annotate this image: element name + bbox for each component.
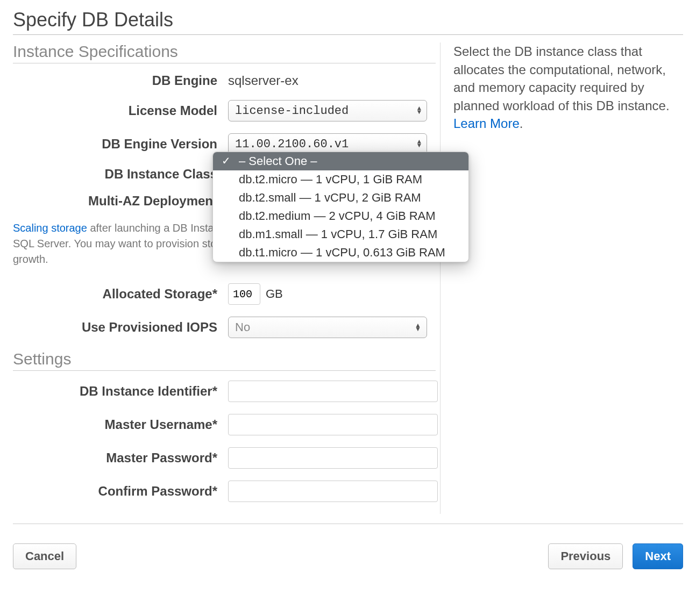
input-master-username[interactable]: [228, 414, 438, 435]
select-provisioned-iops[interactable]: No ▲▼: [228, 317, 427, 338]
section-divider: [13, 63, 436, 63]
row-db-identifier: DB Instance Identifier*: [13, 381, 436, 402]
instance-class-option-3[interactable]: db.t2.medium — 2 vCPU, 4 GiB RAM: [213, 207, 468, 225]
scaling-storage-link[interactable]: Scaling storage: [13, 222, 87, 234]
instance-class-dropdown[interactable]: – Select One – db.t2.micro — 1 vCPU, 1 G…: [212, 152, 469, 262]
label-master-password: Master Password*: [13, 450, 217, 465]
learn-more-link[interactable]: Learn More: [453, 116, 520, 131]
label-confirm-password: Confirm Password*: [13, 484, 217, 499]
label-db-identifier: DB Instance Identifier*: [13, 384, 217, 399]
select-provisioned-iops-value: No: [235, 320, 250, 334]
label-instance-class: DB Instance Class: [13, 167, 217, 182]
label-engine-version: DB Engine Version: [13, 137, 217, 152]
instance-class-option-1[interactable]: db.t2.micro — 1 vCPU, 1 GiB RAM: [213, 170, 468, 189]
input-allocated-storage[interactable]: [228, 283, 260, 305]
page-title: Specify DB Details: [13, 9, 683, 31]
label-allocated-storage: Allocated Storage*: [13, 286, 217, 302]
input-db-identifier[interactable]: [228, 381, 438, 402]
help-panel: Select the DB instance class that alloca…: [441, 42, 683, 514]
title-divider: [13, 34, 683, 35]
label-provisioned-iops: Use Provisioned IOPS: [13, 320, 217, 335]
label-license-model: License Model: [13, 103, 217, 118]
input-master-password[interactable]: [228, 447, 438, 469]
section-heading-instance: Instance Specifications: [13, 42, 436, 61]
help-period: .: [520, 116, 523, 131]
instance-class-option-0[interactable]: – Select One –: [213, 152, 468, 170]
row-confirm-password: Confirm Password*: [13, 481, 436, 502]
next-button[interactable]: Next: [633, 543, 683, 569]
input-confirm-password[interactable]: [228, 481, 438, 502]
select-engine-version-value: 11.00.2100.60.v1: [235, 138, 349, 151]
instance-class-option-2[interactable]: db.t2.small — 1 vCPU, 2 GiB RAM: [213, 189, 468, 207]
bottom-divider: [13, 524, 683, 524]
row-db-engine: DB Engine sqlserver-ex: [13, 73, 436, 88]
chevron-updown-icon: ▲▼: [417, 140, 421, 148]
help-text: Select the DB instance class that alloca…: [453, 44, 670, 113]
value-db-engine: sqlserver-ex: [228, 73, 299, 88]
unit-gb: GB: [266, 287, 283, 301]
row-master-password: Master Password*: [13, 447, 436, 469]
instance-class-option-5[interactable]: db.t1.micro — 1 vCPU, 0.613 GiB RAM: [213, 243, 468, 262]
label-db-engine: DB Engine: [13, 73, 217, 88]
select-license-model-value: license-included: [235, 104, 349, 118]
instance-class-option-4[interactable]: db.m1.small — 1 vCPU, 1.7 GiB RAM: [213, 225, 468, 243]
label-multi-az: Multi-AZ Deployment: [13, 194, 217, 209]
label-master-username: Master Username*: [13, 417, 217, 432]
select-license-model[interactable]: license-included ▲▼: [228, 100, 427, 121]
row-allocated-storage: Allocated Storage* GB: [13, 283, 436, 305]
button-bar: Cancel Previous Next: [13, 543, 683, 569]
row-license-model: License Model license-included ▲▼: [13, 100, 436, 121]
section-divider: [13, 370, 436, 371]
chevron-updown-icon: ▲▼: [415, 324, 421, 331]
chevron-updown-icon: ▲▼: [417, 107, 421, 114]
row-master-username: Master Username*: [13, 414, 436, 435]
previous-button[interactable]: Previous: [548, 543, 623, 569]
row-provisioned-iops: Use Provisioned IOPS No ▲▼: [13, 317, 436, 338]
section-heading-settings: Settings: [13, 350, 436, 368]
cancel-button[interactable]: Cancel: [13, 543, 76, 569]
